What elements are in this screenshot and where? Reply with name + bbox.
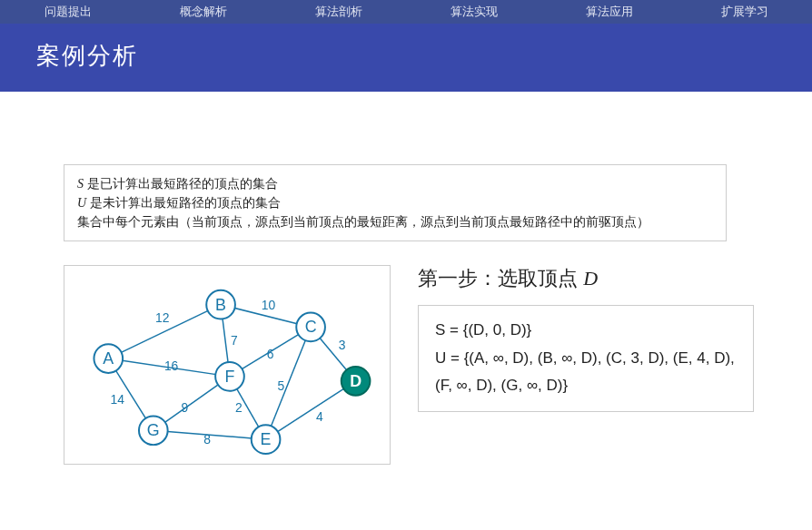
node-label-G: G	[147, 421, 160, 439]
set-U: U = {(A, ∞, D), (B, ∞, D), (C, 3, D), (E…	[435, 345, 737, 400]
node-label-D: D	[350, 372, 361, 390]
legend-line-3: 集合中每个元素由（当前顶点，源点到当前顶点的最短距离，源点到当前顶点最短路径中的…	[77, 212, 713, 231]
sets-box: S = {(D, 0, D)} U = {(A, ∞, D), (B, ∞, D…	[418, 305, 754, 412]
edge-weight-B-C: 10	[262, 298, 276, 312]
nav-item-2[interactable]: 算法剖析	[271, 0, 406, 24]
step-title: 第一步：选取顶点 D	[418, 265, 776, 292]
nav-item-3[interactable]: 算法实现	[406, 0, 541, 24]
edge-weight-A-F: 16	[164, 358, 179, 373]
edge-C-E	[266, 327, 312, 439]
edge-weight-C-F: 6	[267, 347, 274, 361]
page-title: 案例分析	[0, 24, 812, 92]
edge-weight-A-B: 12	[155, 310, 170, 325]
step-panel: 第一步：选取顶点 D S = {(D, 0, D)} U = {(A, ∞, D…	[418, 265, 812, 412]
nav-item-0[interactable]: 问题提出	[0, 0, 135, 24]
edge-weight-E-G: 8	[203, 432, 211, 447]
node-label-C: C	[305, 318, 317, 336]
nav-item-4[interactable]: 算法应用	[541, 0, 677, 24]
edge-weight-E-F: 2	[235, 400, 243, 415]
set-S: S = {(D, 0, D)}	[435, 317, 737, 345]
edge-weight-C-D: 3	[339, 338, 346, 352]
nav-item-1[interactable]: 概念解析	[135, 0, 271, 24]
node-label-F: F	[225, 368, 235, 386]
graph-svg: 1216141073654289 ABCDEFG	[72, 273, 382, 456]
edge-weight-F-G: 9	[182, 400, 189, 415]
edge-weight-B-F: 7	[231, 333, 238, 348]
edge-weight-A-G: 14	[110, 392, 124, 407]
legend-line-1: S 是已计算出最短路径的顶点的集合	[77, 174, 713, 193]
nav-item-5[interactable]: 扩展学习	[677, 0, 812, 24]
node-label-E: E	[261, 430, 272, 448]
top-nav: 问题提出概念解析算法剖析算法实现算法应用扩展学习	[0, 0, 812, 24]
main-content: S 是已计算出最短路径的顶点的集合 U 是未计算出最短路径的顶点的集合 集合中每…	[0, 92, 812, 465]
graph-panel: 1216141073654289 ABCDEFG	[64, 265, 391, 465]
edge-weight-C-E: 5	[278, 378, 285, 393]
node-label-B: B	[215, 296, 226, 314]
edge-weight-D-E: 4	[316, 409, 323, 424]
node-label-A: A	[103, 349, 114, 368]
legend-box: S 是已计算出最短路径的顶点的集合 U 是未计算出最短路径的顶点的集合 集合中每…	[64, 164, 727, 241]
legend-line-2: U 是未计算出最短路径的顶点的集合	[77, 193, 713, 212]
